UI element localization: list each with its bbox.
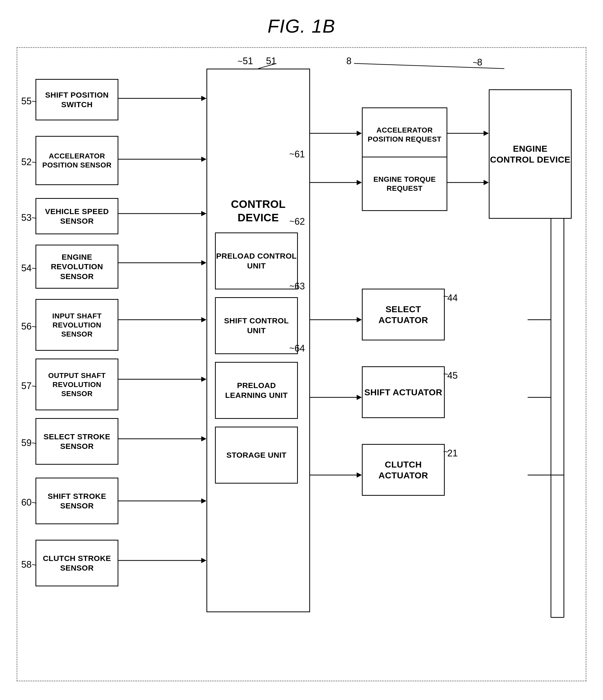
tilde-55: ~ (31, 96, 37, 106)
tilde-62: ~ (289, 216, 294, 226)
box-shift-stroke-sensor: SHIFT STROKE SENSOR (35, 478, 118, 524)
svg-marker-21 (357, 180, 362, 185)
box-accelerator-position-sensor: ACCELERATOR POSITION SENSOR (35, 136, 118, 185)
tilde-45: ~ (443, 369, 449, 379)
svg-marker-31 (357, 472, 362, 478)
label-61: 61 (294, 149, 305, 160)
label-55: 55 (21, 96, 31, 107)
label-59: 59 (21, 438, 31, 448)
svg-marker-27 (357, 317, 362, 322)
svg-marker-1 (201, 96, 207, 101)
tilde-44: ~ (443, 291, 449, 301)
svg-marker-13 (201, 436, 207, 441)
label-8: 8 (477, 57, 482, 68)
svg-marker-23 (484, 131, 489, 136)
tilde-52: ~ (31, 157, 37, 167)
tilde-57: ~ (31, 381, 37, 391)
diagram: 51 8 SHIFT POSITION SWITCH 55 ~ ACCELERA… (17, 47, 586, 681)
box-storage-unit: STORAGE UNIT (215, 427, 298, 483)
label-45: 45 (447, 370, 458, 381)
label-52: 52 (21, 157, 31, 168)
tilde-8: ~ (473, 57, 478, 68)
svg-marker-9 (201, 317, 207, 322)
label-63: 63 (294, 281, 305, 292)
tilde-51: ~ (238, 56, 243, 66)
label-51-pos: 51 (243, 56, 253, 67)
box-input-shaft-revolution-sensor: INPUT SHAFT REVOLUTION SENSOR (35, 299, 118, 351)
svg-marker-5 (201, 211, 207, 216)
box-shift-position-switch: SHIFT POSITION SWITCH (35, 79, 118, 120)
label-8: 8 (346, 56, 352, 67)
label-60: 60 (21, 497, 31, 508)
box-vehicle-speed-sensor: VEHICLE SPEED SENSOR (35, 198, 118, 234)
svg-marker-19 (357, 131, 362, 136)
tilde-63: ~ (289, 281, 294, 291)
box-engine-torque-request: ENGINE TORQUE REQUEST (362, 157, 447, 211)
tilde-59: ~ (31, 438, 37, 448)
box-accelerator-position-request: ACCELERATOR POSITION REQUEST (362, 107, 447, 162)
tilde-56: ~ (31, 322, 37, 332)
svg-marker-15 (201, 498, 207, 503)
tilde-53: ~ (31, 213, 37, 223)
box-engine-control-device: ENGINE CONTROL DEVICE (489, 89, 572, 219)
label-44: 44 (447, 293, 458, 303)
box-engine-revolution-sensor: ENGINE REVOLUTION SENSOR (35, 245, 118, 289)
svg-marker-17 (201, 558, 207, 563)
label-62: 62 (294, 216, 305, 227)
tilde-54: ~ (31, 263, 37, 273)
label-56: 56 (21, 321, 31, 332)
box-preload-learning-unit: PRELOAD LEARNING UNIT (215, 362, 298, 419)
box-preload-control-unit: PRELOAD CONTROL UNIT (215, 232, 298, 290)
label-57: 57 (21, 380, 31, 392)
box-select-actuator: SELECT ACTUATOR (362, 289, 445, 341)
tilde-60: ~ (31, 498, 37, 508)
box-output-shaft-revolution-sensor: OUTPUT SHAFT REVOLUTION SENSOR (35, 358, 118, 410)
label-51: 51 (266, 56, 276, 67)
label-64: 64 (294, 343, 305, 354)
label-21: 21 (447, 448, 458, 459)
tilde-21: ~ (443, 447, 449, 457)
tilde-64: ~ (289, 343, 294, 353)
box-select-stroke-sensor: SELECT STROKE SENSOR (35, 418, 118, 465)
svg-marker-3 (201, 157, 207, 162)
box-shift-actuator: SHIFT ACTUATOR (362, 366, 445, 418)
tilde-61: ~ (289, 149, 294, 159)
box-clutch-actuator: CLUTCH ACTUATOR (362, 444, 445, 496)
svg-marker-29 (357, 395, 362, 400)
tilde-58: ~ (31, 560, 37, 570)
box-shift-control-unit: SHIFT CONTROL UNIT (215, 297, 298, 354)
label-53: 53 (21, 212, 31, 223)
svg-marker-11 (201, 377, 207, 382)
svg-marker-7 (201, 260, 207, 265)
svg-marker-25 (484, 180, 489, 185)
page-title: FIG. 1B (0, 0, 603, 47)
label-54: 54 (21, 263, 31, 274)
label-58: 58 (21, 559, 31, 570)
box-clutch-stroke-sensor: CLUTCH STROKE SENSOR (35, 540, 118, 586)
